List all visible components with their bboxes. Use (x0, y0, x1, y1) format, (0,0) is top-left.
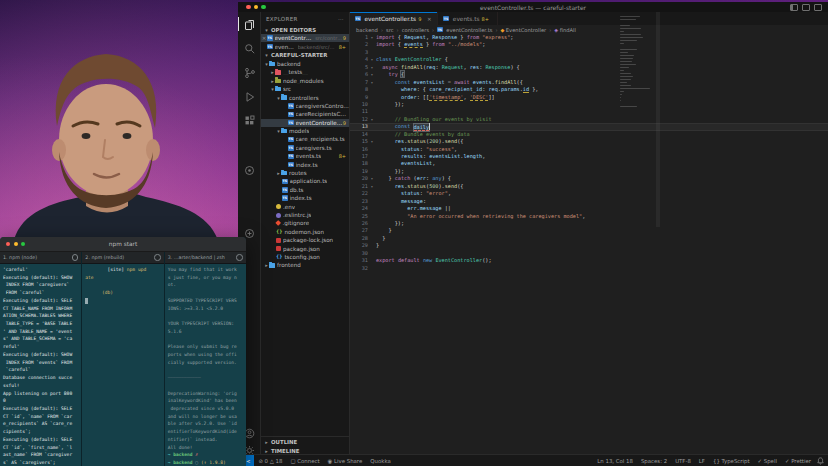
breadcrumb-item[interactable]: controllers (402, 27, 429, 33)
tree-item-src[interactable]: ▾src (261, 85, 349, 93)
code-line-3[interactable]: 3 (350, 49, 828, 56)
code-line-16[interactable]: 16 status: "success", (350, 146, 828, 153)
code-line-26[interactable]: 26 }); (350, 220, 828, 227)
code-line-4[interactable]: 4▾class EventController { (350, 56, 828, 63)
code-editor[interactable]: 1▾import { Request, Response } from "exp… (350, 34, 828, 455)
code-line-5[interactable]: 5▾ async findAll(req: Request, res: Resp… (350, 64, 828, 71)
terminal-pane-output[interactable]: 'careful'Executing (default): SHOW INDEX… (0, 264, 81, 466)
window-controls[interactable] (238, 5, 269, 10)
code-line-28[interactable]: 28 } (350, 235, 828, 242)
code-line-1[interactable]: 1▾import { Request, Response } from "exp… (350, 34, 828, 41)
terminal-pane-3[interactable]: 3. …arter/backend | zshYou may find that… (165, 252, 246, 466)
code-line-20[interactable]: 20▾ } catch (err: any) { (350, 175, 828, 182)
customize-layout-icon[interactable] (814, 4, 822, 11)
terminal-pane-output[interactable]: You may find that it works just fine, or… (165, 264, 246, 466)
code-line-21[interactable]: 21▾ res.status(500).send({ (350, 183, 828, 190)
tab-events-ts[interactable]: TSevents.ts8+ (438, 12, 498, 25)
code-line-22[interactable]: 22 status: "error", (350, 190, 828, 197)
code-line-14[interactable]: 14 // Bundle events by data (350, 131, 828, 138)
code-line-30[interactable]: 30 (350, 250, 828, 257)
status-live-share[interactable]: ◉ Live Share (324, 458, 367, 464)
tab-eventcontroller-ts[interactable]: TSeventController.ts9× (350, 12, 438, 25)
status-spell-checker[interactable]: ✓ Spell (754, 458, 781, 464)
status-connect[interactable]: ▢ Connect (286, 458, 323, 464)
explorer-more-actions[interactable]: ⋯ (338, 16, 344, 22)
tree-item-controllers[interactable]: ▾controllers (261, 93, 349, 101)
tree-item-caregiverscontroller-ts[interactable]: TScaregiversController.ts (261, 102, 349, 110)
tree-item--tests-[interactable]: ▸__tests__ (261, 68, 349, 76)
source-control-icon[interactable] (242, 65, 256, 79)
breadcrumb-item[interactable]: ◈findAll (554, 27, 576, 33)
code-line-24[interactable]: 24 err.message || (350, 205, 828, 212)
tree-item-application-ts[interactable]: TSapplication.ts (261, 177, 349, 185)
status-quokka[interactable]: Quokka (366, 458, 394, 464)
code-line-10[interactable]: 10 }); (350, 101, 828, 108)
breadcrumb-item[interactable]: backend (356, 27, 378, 33)
tree-item-backend[interactable]: ▾backend (261, 60, 349, 68)
open-editors-section[interactable]: ▾ OPEN EDITORS (261, 25, 349, 34)
terminal-pane-output[interactable]: [site] npm update (db) (82, 264, 163, 466)
tree-item-nodemon-json[interactable]: {}nodemon.json (261, 228, 349, 236)
minimap[interactable] (620, 16, 654, 112)
extensions-icon[interactable] (242, 113, 256, 127)
tree-item-models[interactable]: ▾models (261, 127, 349, 135)
tree-item-frontend[interactable]: ▸frontend (261, 261, 349, 269)
terminal-pane-1[interactable]: 1. npm (node)'careful'Executing (default… (0, 252, 82, 466)
tree-item--env[interactable]: .env (261, 202, 349, 210)
code-line-23[interactable]: 23 message: (350, 198, 828, 205)
code-line-31[interactable]: 31export default new EventController(); (350, 257, 828, 264)
breadcrumb-item[interactable]: src (386, 27, 394, 33)
status-indentation[interactable]: Spaces: 2 (637, 458, 671, 464)
run-debug-icon[interactable] (242, 89, 256, 103)
status-eol[interactable]: LF (695, 458, 709, 464)
search-icon[interactable] (242, 41, 256, 55)
terminal-pane-2[interactable]: 2. npm (rebuild) [site] npm update (db) (82, 252, 164, 466)
tree-item-eventcontroller-ts[interactable]: TSeventController.ts9 (261, 119, 349, 127)
code-line-17[interactable]: 17 results: eventsList.length, (350, 153, 828, 160)
code-line-15[interactable]: 15▾ res.status(200).send({ (350, 138, 828, 145)
status-language-mode[interactable]: {} TypeScript (709, 458, 754, 464)
status-prettier[interactable]: ✓ Prettier (781, 458, 815, 464)
code-line-12[interactable]: 12▾ // Bundling our events by visit (350, 116, 828, 123)
notifications-bell-icon[interactable] (817, 457, 824, 465)
breadcrumb-item[interactable]: TSeventController.ts (437, 27, 492, 33)
code-line-32[interactable]: 32 (350, 265, 828, 272)
code-line-19[interactable]: 19 }); (350, 168, 828, 175)
tree-item-tsconfig-json[interactable]: {}tsconfig.json (261, 253, 349, 261)
status-problems[interactable]: ⊘ 0 △ 18 (254, 458, 286, 464)
status-cursor-position[interactable]: Ln 13, Col 18 (593, 458, 637, 464)
tab-close-icon[interactable]: × (426, 16, 432, 22)
open-editor-item[interactable]: TSevents.tsbackend/src/models8+ (261, 42, 349, 50)
editor-scrollbar[interactable] (656, 12, 660, 227)
code-line-8[interactable]: 8 where: { care_recipient_id: req.params… (350, 86, 828, 93)
toggle-panel-icon[interactable] (802, 4, 810, 11)
tree-item-package-json[interactable]: package.json (261, 244, 349, 252)
tree-item-index-ts[interactable]: TSindex.ts (261, 160, 349, 168)
code-line-9[interactable]: 9 order: [['timestamp', 'DESC']] (350, 94, 828, 101)
tree-item-index-ts[interactable]: TSindex.ts (261, 194, 349, 202)
breadcrumb[interactable]: backend›src›controllers›TSeventControlle… (350, 25, 828, 34)
tree-item--gitignore[interactable]: .gitignore (261, 219, 349, 227)
tree-item--eslintrc-js[interactable]: .eslintrc.js (261, 211, 349, 219)
remote-explorer-icon[interactable] (242, 163, 256, 177)
tree-item-db-ts[interactable]: TSdb.ts (261, 186, 349, 194)
minimize-window-button[interactable] (254, 5, 259, 10)
explorer-icon[interactable] (238, 17, 256, 31)
tree-item-package-lock-json[interactable]: package-lock.json (261, 236, 349, 244)
tree-item-routes[interactable]: ▸routes (261, 169, 349, 177)
section-outline[interactable]: ▸OUTLINE (261, 437, 349, 446)
breadcrumb-item[interactable]: ◆EventController (500, 27, 546, 33)
code-line-29[interactable]: 29} (350, 242, 828, 249)
close-window-button[interactable] (246, 5, 251, 10)
code-line-25[interactable]: 25 "An error occurred when retrieving th… (350, 213, 828, 220)
maximize-window-button[interactable] (261, 5, 266, 10)
code-line-27[interactable]: 27 } (350, 227, 828, 234)
code-line-11[interactable]: 11 (350, 108, 828, 115)
code-line-13[interactable]: 13 const daily (350, 123, 828, 130)
tree-item-caregivers-ts[interactable]: TScaregivers.ts (261, 144, 349, 152)
tree-item-carerecipientscontroller-ts[interactable]: TScareRecipientsController.ts (261, 110, 349, 118)
project-section[interactable]: ▾ CAREFUL-STARTER (261, 51, 349, 60)
code-line-6[interactable]: 6▾ try { (350, 71, 828, 78)
status-encoding[interactable]: UTF-8 (671, 458, 695, 464)
tree-item-care-recipients-ts[interactable]: TScare_recipients.ts (261, 135, 349, 143)
